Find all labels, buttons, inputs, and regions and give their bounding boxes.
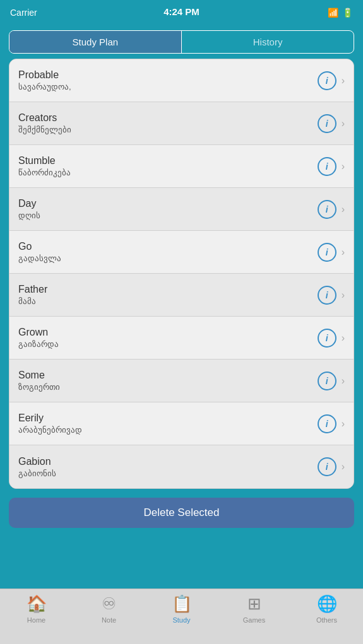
word-georgian: მამა bbox=[18, 296, 318, 306]
word-text: Stumble წაბორძიკება bbox=[18, 155, 318, 177]
word-item[interactable]: Grown გაიზარდა i › bbox=[9, 317, 354, 360]
word-actions: i › bbox=[318, 200, 345, 219]
word-english: Creators bbox=[18, 112, 318, 124]
word-actions: i › bbox=[318, 372, 345, 390]
word-georgian: წაბორძიკება bbox=[18, 168, 318, 177]
tab-item-note[interactable]: ♾Note bbox=[73, 594, 145, 624]
tab-icon-home: 🏠 bbox=[27, 594, 47, 614]
tab-item-study[interactable]: 📋Study bbox=[145, 594, 218, 624]
tab-label-others: Others bbox=[316, 616, 337, 624]
chevron-right-icon: › bbox=[342, 290, 345, 301]
word-english: Go bbox=[18, 241, 318, 252]
tab-bar: 🏠Home♾Note📋Study⊞Games🌐Others bbox=[0, 588, 363, 644]
tab-icon-note: ♾ bbox=[102, 594, 116, 614]
chevron-right-icon: › bbox=[342, 461, 345, 472]
chevron-right-icon: › bbox=[342, 161, 345, 172]
chevron-right-icon: › bbox=[342, 247, 345, 258]
word-actions: i › bbox=[318, 243, 345, 262]
word-text: Day დღის bbox=[18, 198, 318, 220]
word-item[interactable]: Some ზოგიერთი i › bbox=[9, 360, 354, 402]
status-icons: 📶 🔋 bbox=[328, 8, 353, 18]
chevron-right-icon: › bbox=[342, 375, 345, 387]
word-english: Grown bbox=[18, 327, 318, 338]
word-english: Gabion bbox=[18, 456, 318, 467]
word-georgian: გაბიონის bbox=[18, 469, 318, 478]
word-text: Probable სავარაუდოა, bbox=[18, 69, 318, 91]
tab-icon-others: 🌐 bbox=[317, 594, 337, 614]
word-english: Eerily bbox=[18, 413, 318, 424]
scrollable-content: Probable სავარაუდოა, i › Creators შემქმნ… bbox=[0, 59, 363, 644]
app-container: Carrier 4:24 PM 📶 🔋 Study Plan History P… bbox=[0, 0, 363, 644]
word-actions: i › bbox=[318, 457, 345, 476]
chevron-right-icon: › bbox=[342, 118, 345, 129]
word-text: Creators შემქმნელები bbox=[18, 112, 318, 134]
word-georgian: გაიზარდა bbox=[18, 339, 318, 349]
history-tab[interactable]: History bbox=[182, 31, 354, 53]
word-georgian: დღის bbox=[18, 211, 318, 220]
tab-label-study: Study bbox=[172, 616, 190, 624]
chevron-right-icon: › bbox=[342, 75, 345, 86]
word-actions: i › bbox=[318, 114, 345, 133]
tab-item-home[interactable]: 🏠Home bbox=[0, 594, 73, 624]
info-button[interactable]: i bbox=[318, 200, 336, 219]
word-text: Father მამა bbox=[18, 284, 318, 306]
info-button[interactable]: i bbox=[318, 372, 336, 390]
info-button[interactable]: i bbox=[318, 243, 336, 262]
word-item[interactable]: Go გადასვლა i › bbox=[9, 231, 354, 274]
word-english: Day bbox=[18, 198, 318, 209]
info-button[interactable]: i bbox=[318, 286, 336, 305]
word-english: Probable bbox=[18, 69, 318, 81]
word-text: Some ზოგიერთი bbox=[18, 370, 318, 392]
word-item[interactable]: Stumble წაბორძიკება i › bbox=[9, 145, 354, 188]
wifi-icon: 📶 bbox=[328, 8, 338, 18]
tab-label-note: Note bbox=[102, 616, 116, 624]
tab-label-home: Home bbox=[27, 616, 45, 624]
word-text: Eerily არაბუნებრივად bbox=[18, 413, 318, 435]
info-button[interactable]: i bbox=[318, 114, 336, 133]
word-list-card: Probable სავარაუდოა, i › Creators შემქმნ… bbox=[9, 59, 354, 489]
word-item[interactable]: Father მამა i › bbox=[9, 274, 354, 317]
word-actions: i › bbox=[318, 157, 345, 176]
delete-section: Delete Selected bbox=[0, 489, 363, 534]
word-item[interactable]: Eerily არაბუნებრივად i › bbox=[9, 402, 354, 445]
battery-icon: 🔋 bbox=[342, 8, 353, 18]
info-button[interactable]: i bbox=[318, 329, 336, 348]
word-item[interactable]: Gabion გაბიონის i › bbox=[9, 445, 354, 488]
study-plan-tab[interactable]: Study Plan bbox=[9, 31, 181, 53]
word-item[interactable]: Creators შემქმნელები i › bbox=[9, 102, 354, 145]
word-georgian: ზოგიერთი bbox=[18, 382, 318, 392]
word-english: Stumble bbox=[18, 155, 318, 167]
word-actions: i › bbox=[318, 329, 345, 348]
word-georgian: გადასვლა bbox=[18, 254, 318, 263]
word-actions: i › bbox=[318, 71, 345, 90]
word-actions: i › bbox=[318, 286, 345, 305]
word-english: Some bbox=[18, 370, 318, 381]
word-text: Gabion გაბიონის bbox=[18, 456, 318, 478]
carrier-text: Carrier bbox=[10, 8, 37, 18]
chevron-right-icon: › bbox=[342, 418, 345, 430]
word-item[interactable]: Probable სავარაუდოა, i › bbox=[9, 59, 354, 102]
word-georgian: სავარაუდოა, bbox=[18, 82, 318, 91]
info-button[interactable]: i bbox=[318, 457, 336, 476]
tab-item-games[interactable]: ⊞Games bbox=[218, 594, 290, 624]
info-button[interactable]: i bbox=[318, 157, 336, 176]
word-georgian: შემქმნელები bbox=[18, 125, 318, 134]
word-georgian: არაბუნებრივად bbox=[18, 425, 318, 435]
word-english: Father bbox=[18, 284, 318, 295]
segment-control: Study Plan History bbox=[0, 25, 363, 59]
status-bar: Carrier 4:24 PM 📶 🔋 bbox=[0, 0, 363, 25]
tab-icon-study: 📋 bbox=[172, 594, 192, 614]
content-inner: Probable სავარაუდოა, i › Creators შემქმნ… bbox=[0, 59, 363, 489]
info-button[interactable]: i bbox=[318, 71, 336, 90]
chevron-right-icon: › bbox=[342, 332, 345, 344]
chevron-right-icon: › bbox=[342, 204, 345, 215]
delete-selected-button[interactable]: Delete Selected bbox=[9, 498, 354, 528]
word-text: Grown გაიზარდა bbox=[18, 327, 318, 349]
word-item[interactable]: Day დღის i › bbox=[9, 188, 354, 231]
segment-wrapper: Study Plan History bbox=[9, 30, 354, 54]
tab-item-others[interactable]: 🌐Others bbox=[290, 594, 363, 624]
info-button[interactable]: i bbox=[318, 414, 336, 433]
word-actions: i › bbox=[318, 414, 345, 433]
status-time: 4:24 PM bbox=[164, 6, 199, 17]
tab-label-games: Games bbox=[243, 616, 265, 624]
